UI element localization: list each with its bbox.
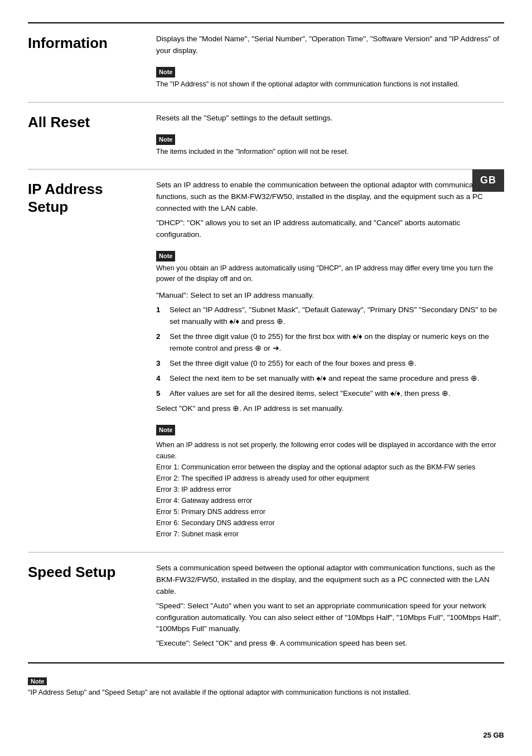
- ip-body-para-1: Sets an IP address to enable the communi…: [156, 180, 504, 215]
- ip-body-para-2: "DHCP": "OK" allows you to set an IP add…: [156, 217, 504, 241]
- footer-note-text: "IP Address Setup" and "Speed Setup" are…: [28, 689, 504, 696]
- section-heading-information: Information: [28, 35, 108, 51]
- section-body-speed-setup: Sets a communication speed between the o…: [156, 563, 504, 652]
- error-line: Error 2: The specified IP address is alr…: [156, 473, 504, 484]
- error-line: Error 5: Primary DNS address error: [156, 506, 504, 517]
- section-body-all-reset: Resets all the "Setup" settings to the d…: [156, 113, 504, 159]
- info-note-label-1: Note: [156, 67, 175, 77]
- speed-body-para-3: "Execute": Select "OK" and press ⊕. A co…: [156, 638, 504, 650]
- info-note-text-1: The "IP Address" is not shown if the opt…: [156, 79, 504, 90]
- speed-body-para-1: Sets a communication speed between the o…: [156, 563, 504, 598]
- section-title-ip-address: IP Address Setup: [28, 180, 156, 542]
- error-line: Error 3: IP address error: [156, 484, 504, 495]
- step-text-3: Set the three digit value (0 to 255) for…: [170, 358, 417, 370]
- section-body-ip-address: Sets an IP address to enable the communi…: [156, 180, 504, 542]
- section-speed-setup: Speed Setup Sets a communication speed b…: [28, 553, 504, 663]
- ip-step-3: 3 Set the three digit value (0 to 255) f…: [156, 358, 504, 370]
- step-num-4: 4: [156, 373, 164, 385]
- section-heading-ip-address: IP Address Setup: [28, 181, 103, 215]
- error-line: Error 4: Gateway address error: [156, 495, 504, 506]
- page-content: Information Displays the "Model Name", "…: [28, 22, 504, 696]
- footer-note-label: Note: [28, 677, 47, 685]
- step-num-2: 2: [156, 331, 164, 355]
- section-body-information: Displays the "Model Name", "Serial Numbe…: [156, 33, 504, 92]
- ip-step-2: 2 Set the three digit value (0 to 255) f…: [156, 331, 504, 355]
- section-title-all-reset: All Reset: [28, 113, 156, 159]
- step-text-4: Select the next item to be set manually …: [170, 373, 480, 385]
- ip-steps-list: 1 Select an "IP Address", "Subnet Mask",…: [156, 304, 504, 399]
- ip-note-top-label-1: Note: [156, 251, 175, 261]
- gb-badge: GB: [472, 169, 504, 192]
- all-reset-note-label-1: Note: [156, 134, 175, 145]
- ip-error-list: When an IP address is not set properly, …: [156, 439, 504, 540]
- section-title-speed-setup: Speed Setup: [28, 563, 156, 652]
- page-number: 25 GB: [483, 731, 504, 739]
- step-num-3: 3: [156, 358, 164, 370]
- ip-step-1: 1 Select an "IP Address", "Subnet Mask",…: [156, 304, 504, 328]
- ip-note-bottom-label-1: Note: [156, 425, 175, 435]
- error-line: Error 6: Secondary DNS address error: [156, 517, 504, 529]
- ip-note-top-1: Note When you obtain an IP address autom…: [156, 245, 504, 284]
- ip-note-top-text-1: When you obtain an IP address automatica…: [156, 263, 504, 284]
- step-text-2: Set the three digit value (0 to 255) for…: [170, 331, 504, 355]
- ip-step-4: 4 Select the next item to be set manuall…: [156, 373, 504, 385]
- step-text-1: Select an "IP Address", "Subnet Mask", "…: [170, 304, 504, 328]
- section-heading-all-reset: All Reset: [28, 114, 90, 130]
- section-ip-address-setup: IP Address Setup Sets an IP address to e…: [28, 169, 504, 553]
- speed-body-para-2: "Speed": Select "Auto" when you want to …: [156, 600, 504, 636]
- all-reset-body-para-1: Resets all the "Setup" settings to the d…: [156, 113, 504, 124]
- info-note-1: Note The "IP Address" is not shown if th…: [156, 61, 504, 90]
- info-body-para-1: Displays the "Model Name", "Serial Numbe…: [156, 33, 504, 57]
- ip-manual-intro: "Manual": Select to set an IP address ma…: [156, 290, 504, 302]
- all-reset-note-1: Note The items included in the "Informat…: [156, 129, 504, 157]
- error-line: Error 1: Communication error between the…: [156, 462, 504, 473]
- section-information: Information Displays the "Model Name", "…: [28, 23, 504, 103]
- error-line: Error 7: Subnet mask error: [156, 529, 504, 540]
- ip-note-bottom-1: Note When an IP address is not set prope…: [156, 419, 504, 540]
- section-heading-speed-setup: Speed Setup: [28, 564, 115, 580]
- all-reset-note-text-1: The items included in the "Information" …: [156, 147, 504, 157]
- error-line: When an IP address is not set properly, …: [156, 439, 504, 462]
- ip-step-5: 5 After values are set for all the desir…: [156, 388, 504, 400]
- step-text-5: After values are set for all the desired…: [170, 388, 451, 400]
- footer-note: Note "IP Address Setup" and "Speed Setup…: [28, 677, 504, 696]
- step-num-1: 1: [156, 304, 164, 328]
- ip-select-ok-line: Select "OK" and press ⊕. An IP address i…: [156, 403, 504, 415]
- step-num-5: 5: [156, 388, 164, 400]
- section-all-reset: All Reset Resets all the "Setup" setting…: [28, 103, 504, 170]
- section-title-information: Information: [28, 33, 156, 92]
